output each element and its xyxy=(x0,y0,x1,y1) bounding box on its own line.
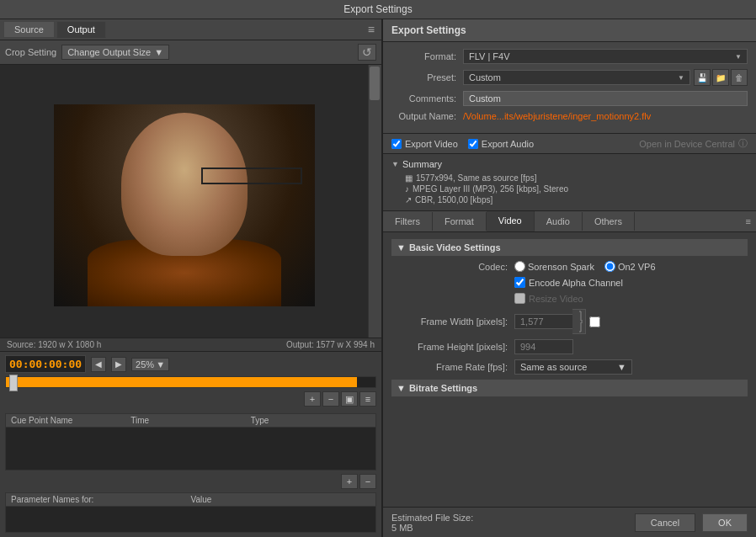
load-preset-button[interactable]: 📁 xyxy=(712,69,729,86)
comments-input[interactable] xyxy=(463,91,748,106)
left-panel: Source Output ≡ Crop Setting Change Outp… xyxy=(0,19,383,537)
tab-output[interactable]: Output xyxy=(56,21,106,38)
collapse-icon[interactable]: ▼ xyxy=(397,383,406,393)
param-col-value: Value xyxy=(191,495,371,504)
collapse-icon[interactable]: ▼ xyxy=(391,160,399,168)
tab-format[interactable]: Format xyxy=(433,212,487,231)
video-icon: ▦ xyxy=(405,173,413,183)
tab-menu-button[interactable]: ≡ xyxy=(365,23,378,36)
cancel-button[interactable]: Cancel xyxy=(635,513,695,532)
nav-next-button[interactable]: ▶ xyxy=(111,357,126,372)
tab-video[interactable]: Video xyxy=(487,211,535,231)
resize-video-row: Resize Video xyxy=(391,293,748,304)
collapse-icon[interactable]: ▼ xyxy=(397,242,406,253)
preview-scrollbar[interactable] xyxy=(368,65,381,338)
on2vp6-radio-label[interactable]: On2 VP6 xyxy=(604,261,656,272)
nav-prev-button[interactable]: ◀ xyxy=(91,357,106,372)
timecode-display: 00:00:00:00 xyxy=(5,355,86,373)
tab-filters[interactable]: Filters xyxy=(383,212,433,231)
timeline-btn-row: + − ▣ ≡ xyxy=(5,391,376,407)
format-label: Format: xyxy=(391,51,463,61)
preview-image xyxy=(0,65,368,338)
codec-row: Codec: Sorenson Spark On2 VP6 xyxy=(391,261,748,272)
codec-label: Codec: xyxy=(397,262,514,272)
summary-line-3: ↗ CBR, 1500,00 [kbps] xyxy=(391,194,748,205)
frame-height-label: Frame Height [pixels]: xyxy=(397,342,514,352)
checkbox-row: Export Video Export Audio Open in Device… xyxy=(383,134,756,154)
param-col-name: Parameter Names for: xyxy=(11,495,191,504)
frame-height-input[interactable] xyxy=(514,339,573,354)
param-table: Parameter Names for: Value xyxy=(5,492,376,533)
chevron-down-icon: ▼ xyxy=(735,53,742,61)
scrollbar-thumb xyxy=(370,66,380,100)
encode-alpha-checkbox[interactable] xyxy=(514,277,525,288)
reset-button[interactable]: ↺ xyxy=(358,44,376,61)
save-preset-button[interactable]: 💾 xyxy=(694,69,711,86)
cue-table-body xyxy=(6,428,375,470)
sorenson-radio[interactable] xyxy=(514,261,525,272)
bitrate-settings-header: ▼ Bitrate Settings xyxy=(391,380,748,396)
param-table-body xyxy=(6,507,375,532)
cue-table-container: Cue Point Name Time Type + − xyxy=(0,413,381,492)
chevron-down-icon: ▼ xyxy=(156,359,165,370)
export-audio-checkbox[interactable] xyxy=(468,139,478,149)
tab-others[interactable]: Others xyxy=(583,212,635,231)
remove-param-button[interactable]: − xyxy=(359,474,376,489)
format-dropdown[interactable]: FLV | F4V ▼ xyxy=(463,49,748,64)
export-audio-checkbox-label[interactable]: Export Audio xyxy=(468,139,534,149)
crop-setting-dropdown[interactable]: Change Output Size ▼ xyxy=(61,45,169,60)
sorenson-radio-label[interactable]: Sorenson Spark xyxy=(514,261,594,272)
basic-video-header: ▼ Basic Video Settings xyxy=(391,239,748,256)
zoom-dropdown[interactable]: 25% ▼ xyxy=(131,358,169,371)
portrait-glasses xyxy=(201,167,302,184)
preview-area xyxy=(0,65,381,338)
param-table-header: Parameter Names for: Value xyxy=(6,493,375,507)
portrait-face xyxy=(121,113,248,256)
resize-video-checkbox[interactable] xyxy=(514,293,525,304)
frame-width-row: Frame Width [pixels]: xyxy=(391,309,748,334)
tab-menu-icon[interactable]: ≡ xyxy=(741,216,756,226)
output-info: Output: 1577 w X 994 h xyxy=(286,340,375,349)
constrain-proportions-checkbox[interactable] xyxy=(589,316,600,327)
output-name-link[interactable]: /Volume...its/webjuristene/inger_motionn… xyxy=(463,111,651,121)
source-info: Source: 1920 w X 1080 h xyxy=(7,340,101,349)
open-device-btn[interactable]: Open in Device Central ⓘ xyxy=(639,137,748,150)
link-proportions-icon[interactable] xyxy=(572,309,586,334)
frame-rate-dropdown[interactable]: Same as source ▼ xyxy=(514,359,632,375)
cue-col-time: Time xyxy=(130,416,250,425)
ok-button[interactable]: OK xyxy=(702,513,748,532)
add-param-button[interactable]: + xyxy=(341,474,358,489)
tab-source[interactable]: Source xyxy=(3,21,55,38)
encode-alpha-row: Encode Alpha Channel xyxy=(391,277,748,288)
tab-audio[interactable]: Audio xyxy=(535,212,583,231)
preview-portrait xyxy=(54,104,315,306)
frame-width-label: Frame Width [pixels]: xyxy=(397,316,514,327)
preset-icons: 💾 📁 🗑 xyxy=(694,69,748,86)
cue-table-btn-row: + − xyxy=(5,474,376,489)
codec-radio-group: Sorenson Spark On2 VP6 xyxy=(514,261,656,272)
bottom-buttons: Cancel OK xyxy=(635,513,748,532)
cue-menu-button[interactable]: ≡ xyxy=(359,391,376,407)
timeline-bar[interactable] xyxy=(5,376,376,388)
summary-line-2: ♪ MPEG Layer III (MP3), 256 [kbps], Ster… xyxy=(391,183,748,194)
title-bar: Export Settings xyxy=(0,0,756,19)
crop-setting-label: Crop Setting xyxy=(5,47,56,57)
output-name-label: Output Name: xyxy=(391,111,463,121)
output-name-row: Output Name: /Volume...its/webjuristene/… xyxy=(391,111,748,121)
timeline-handle[interactable] xyxy=(9,375,18,391)
add-cue-button[interactable]: + xyxy=(304,391,321,407)
info-icon: ⓘ xyxy=(738,137,748,150)
preset-dropdown[interactable]: Custom ▼ xyxy=(463,70,690,85)
frame-width-input[interactable] xyxy=(514,314,573,329)
remove-cue-button[interactable]: − xyxy=(322,391,339,407)
export-video-checkbox-label[interactable]: Export Video xyxy=(391,139,458,149)
video-settings-panel: ▼ Basic Video Settings Codec: Sorenson S… xyxy=(383,232,756,507)
cue-settings-button[interactable]: ▣ xyxy=(341,391,358,407)
delete-preset-button[interactable]: 🗑 xyxy=(731,69,748,86)
source-info-bar: Source: 1920 w X 1080 h Output: 1577 w X… xyxy=(0,338,381,351)
timecode-row: 00:00:00:00 ◀ ▶ 25% ▼ xyxy=(5,355,376,373)
export-video-checkbox[interactable] xyxy=(391,139,402,149)
timeline-controls: 00:00:00:00 ◀ ▶ 25% ▼ + − ▣ ≡ xyxy=(0,351,381,413)
on2vp6-radio[interactable] xyxy=(604,261,615,272)
summary-header: ▼ Summary xyxy=(391,159,748,169)
